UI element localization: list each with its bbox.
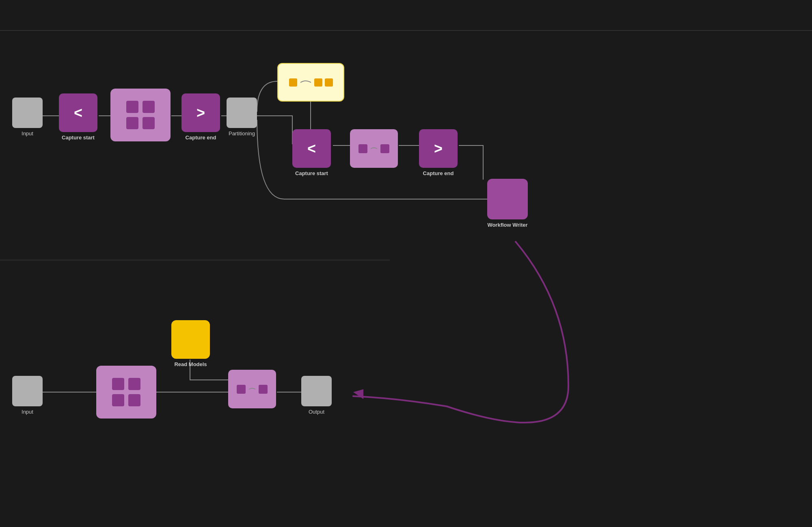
capture-end2-icon: > (434, 141, 443, 156)
network4-box[interactable] (228, 370, 276, 408)
capture-start2-icon: < (307, 141, 316, 156)
capture-start1-icon: < (74, 106, 82, 120)
yg-sq1 (289, 78, 297, 87)
capture-end1-label: Capture end (186, 134, 216, 141)
capture-end2-label: Capture end (423, 170, 454, 176)
capture-end1-box[interactable]: > (181, 93, 220, 132)
partitioning-box[interactable] (227, 98, 257, 128)
workflow-writer-label: Workflow Writer (487, 222, 527, 228)
network4-icon (237, 385, 268, 394)
n2-connector (370, 146, 378, 152)
capture-start2-label: Capture start (295, 170, 328, 176)
workflow-writer-node: Workflow Writer (487, 179, 528, 228)
network1-icon (126, 101, 155, 129)
capture-end1-node: > Capture end (181, 93, 220, 141)
svg-marker-11 (353, 389, 363, 399)
input2-label: Input (22, 409, 33, 415)
yg-sq2 (314, 78, 322, 87)
read-models-label: Read Models (174, 361, 207, 367)
partitioning-node: Partitioning (227, 98, 257, 137)
capture-start1-node: < Capture start (59, 93, 97, 141)
workflow-writer-box[interactable] (487, 179, 528, 219)
output-box[interactable] (301, 376, 332, 406)
partitioning-label: Partitioning (229, 130, 255, 137)
input2-node: Input (12, 376, 43, 415)
network3-box[interactable] (96, 366, 156, 419)
read-models-node: Read Models (171, 320, 210, 367)
capture-start1-box[interactable]: < (59, 93, 97, 132)
network3-node (96, 366, 156, 419)
input1-node: Input (12, 98, 43, 137)
network2-node (350, 129, 398, 168)
capture-start1-label: Capture start (62, 134, 95, 141)
network2-icon (358, 144, 389, 153)
yellow-group-box[interactable] (277, 63, 344, 102)
network3-icon (112, 378, 140, 406)
yg-sq3 (325, 78, 333, 87)
capture-end1-icon: > (197, 106, 205, 120)
input2-box[interactable] (12, 376, 43, 406)
input1-label: Input (22, 130, 33, 137)
yg-connector (300, 78, 312, 87)
network1-box[interactable] (110, 89, 171, 141)
capture-end2-node: > Capture end (419, 129, 458, 176)
capture-start2-box[interactable]: < (292, 129, 331, 168)
network1-node (110, 89, 171, 141)
output-node: Output (301, 376, 332, 415)
read-models-box[interactable] (171, 320, 210, 359)
capture-start2-node: < Capture start (292, 129, 331, 176)
output-label: Output (309, 409, 324, 415)
yellow-group-node[interactable] (277, 63, 344, 102)
input1-box[interactable] (12, 98, 43, 128)
capture-end2-box[interactable]: > (419, 129, 458, 168)
network2-box[interactable] (350, 129, 398, 168)
n4-connector (248, 386, 256, 392)
network4-node (228, 370, 276, 408)
